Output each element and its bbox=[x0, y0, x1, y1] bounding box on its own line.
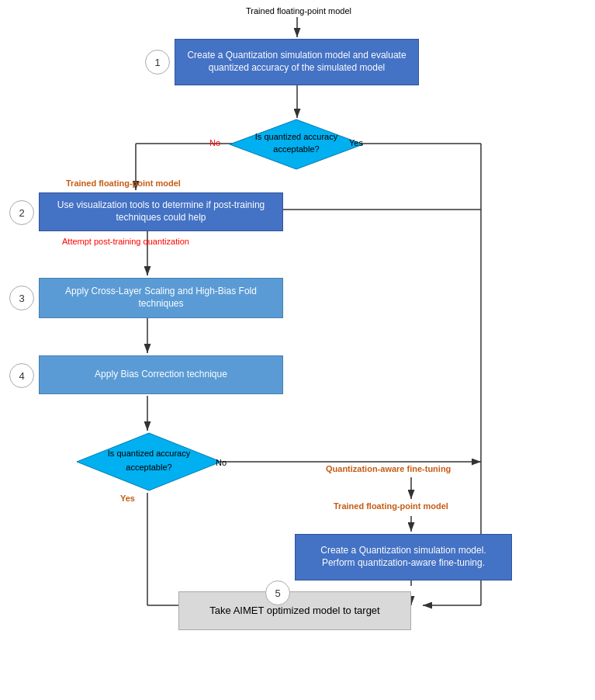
box-3-label: Apply Cross-Layer Scaling and High-Bias … bbox=[46, 286, 276, 310]
svg-text:acceptable?: acceptable? bbox=[273, 144, 319, 154]
qa-finetuning-label: Quantization-aware fine-tuning bbox=[326, 464, 451, 473]
box-final-label: Take AIMET optimized model to target bbox=[209, 605, 379, 618]
no-label-1: No bbox=[209, 138, 220, 147]
box-final: Take AIMET optimized model to target bbox=[178, 591, 411, 630]
box-5-label: Create a Quantization simulation model. … bbox=[320, 545, 486, 569]
step-circle-2: 2 bbox=[9, 200, 34, 225]
diamond-1: Is quantized accuracy acceptable? bbox=[229, 118, 365, 171]
diamond-2: Is quantized accuracy acceptable? bbox=[75, 431, 223, 492]
svg-marker-22 bbox=[77, 433, 221, 490]
box-2: Use visualization tools to determine if … bbox=[39, 192, 283, 231]
svg-text:acceptable?: acceptable? bbox=[126, 463, 171, 472]
svg-text:Is quantized accuracy: Is quantized accuracy bbox=[108, 449, 191, 458]
box-2-label: Use visualization tools to determine if … bbox=[46, 199, 276, 224]
start-label: Trained floating-point model bbox=[229, 6, 368, 16]
no-label-2: No bbox=[216, 458, 227, 467]
box-1-label: Create a Quantization simulation model a… bbox=[182, 50, 412, 74]
yes-label-1: Yes bbox=[349, 138, 363, 147]
box-3: Apply Cross-Layer Scaling and High-Bias … bbox=[39, 278, 283, 318]
attempt-label: Attempt post-training quantization bbox=[62, 237, 189, 246]
step-circle-5: 5 bbox=[265, 580, 290, 605]
box-4-label: Apply Bias Correction technique bbox=[95, 369, 227, 381]
step-circle-3: 3 bbox=[9, 286, 34, 310]
step-circle-4: 4 bbox=[9, 363, 34, 388]
box-4: Apply Bias Correction technique bbox=[39, 355, 283, 394]
svg-text:Is quantized accuracy: Is quantized accuracy bbox=[255, 132, 338, 141]
box-1: Create a Quantization simulation model a… bbox=[175, 39, 419, 85]
trained-fp-label-2: Trained floating-point model bbox=[334, 501, 448, 511]
step-circle-1: 1 bbox=[145, 50, 170, 75]
flowchart: Trained floating-point model Create a Qu… bbox=[0, 0, 595, 700]
box-5: Create a Quantization simulation model. … bbox=[295, 534, 512, 580]
trained-fp-label-1: Trained floating-point model bbox=[66, 178, 181, 188]
yes-label-2: Yes bbox=[120, 494, 135, 503]
